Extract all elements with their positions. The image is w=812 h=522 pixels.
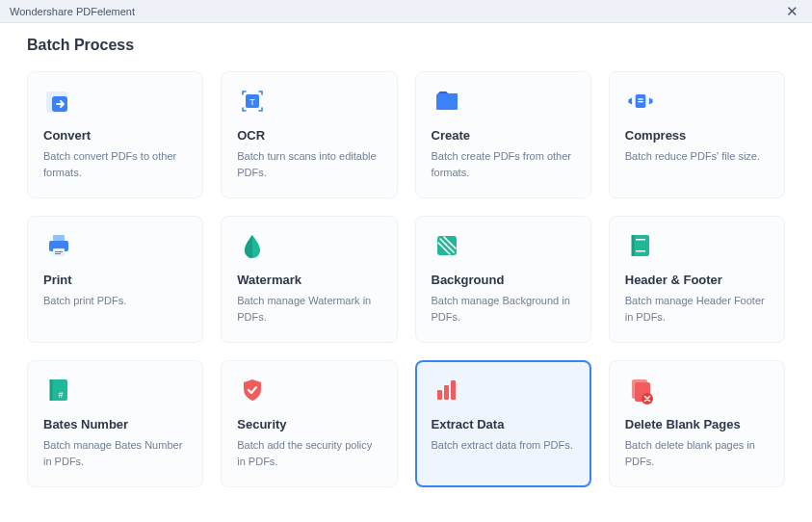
compress-icon — [625, 86, 656, 117]
card-title: Background — [432, 273, 575, 287]
header-footer-icon — [625, 230, 656, 261]
card-background[interactable]: Background Batch manage Background in PD… — [415, 216, 591, 343]
svg-text:T: T — [250, 97, 256, 107]
card-compress[interactable]: Compress Batch reduce PDFs' file size. — [609, 71, 785, 198]
svg-rect-18 — [437, 390, 442, 400]
svg-rect-5 — [638, 98, 642, 99]
card-desc: Batch add the security policy in PDFs. — [237, 437, 380, 469]
card-title: Header & Footer — [625, 273, 769, 287]
card-title: Extract Data — [432, 417, 575, 431]
card-title: OCR — [237, 128, 380, 143]
extract-data-icon — [432, 375, 462, 405]
card-desc: Batch turn scans into editable PDFs. — [237, 148, 380, 180]
card-desc: Batch extract data from PDFs. — [432, 437, 575, 454]
watermark-icon — [237, 230, 268, 261]
card-desc: Batch print PDFs. — [43, 293, 187, 309]
card-watermark[interactable]: Watermark Batch manage Watermark in PDFs… — [221, 216, 397, 343]
create-icon — [432, 86, 462, 117]
titlebar-title: Wondershare PDFelement — [10, 6, 135, 17]
close-icon[interactable]: ✕ — [782, 3, 802, 20]
svg-rect-10 — [55, 251, 63, 252]
card-desc: Batch manage Watermark in PDFs. — [237, 293, 380, 325]
svg-rect-6 — [638, 101, 642, 102]
card-ocr[interactable]: T OCR Batch turn scans into editable PDF… — [221, 71, 397, 198]
card-grid: Convert Batch convert PDFs to other form… — [27, 71, 785, 487]
page-title: Batch Process — [27, 37, 785, 54]
svg-rect-14 — [636, 239, 645, 241]
card-title: Print — [43, 273, 187, 287]
card-title: Security — [237, 417, 380, 431]
svg-rect-7 — [53, 235, 65, 241]
card-title: Create — [432, 128, 575, 143]
svg-rect-19 — [444, 385, 449, 400]
delete-blank-pages-icon — [625, 375, 656, 405]
content-area: Batch Process Convert Batch convert PDFs… — [0, 23, 812, 507]
card-create[interactable]: Create Batch create PDFs from other form… — [415, 71, 591, 198]
card-desc: Batch delete blank pages in PDFs. — [625, 437, 769, 469]
card-desc: Batch manage Bates Number in PDFs. — [43, 437, 187, 469]
svg-rect-13 — [633, 235, 649, 256]
card-header-footer[interactable]: Header & Footer Batch manage Header Foot… — [609, 216, 785, 343]
print-icon — [43, 230, 74, 261]
svg-rect-20 — [451, 380, 456, 400]
card-delete-blank-pages[interactable]: Delete Blank Pages Batch delete blank pa… — [609, 360, 785, 487]
card-title: Delete Blank Pages — [625, 417, 769, 431]
convert-icon — [43, 86, 74, 117]
svg-rect-11 — [55, 253, 61, 254]
card-desc: Batch manage Header Footer in PDFs. — [625, 293, 769, 325]
bates-number-icon: # — [43, 375, 74, 405]
ocr-icon: T — [237, 86, 268, 117]
card-desc: Batch create PDFs from other formats. — [432, 148, 575, 180]
card-title: Convert — [43, 128, 187, 143]
card-desc: Batch reduce PDFs' file size. — [625, 148, 769, 165]
card-title: Watermark — [237, 273, 380, 287]
card-print[interactable]: Print Batch print PDFs. — [27, 216, 203, 343]
card-bates-number[interactable]: # Bates Number Batch manage Bates Number… — [27, 360, 203, 487]
card-security[interactable]: Security Batch add the security policy i… — [221, 360, 397, 487]
titlebar: Wondershare PDFelement ✕ — [0, 0, 812, 23]
card-convert[interactable]: Convert Batch convert PDFs to other form… — [27, 71, 203, 198]
card-extract-data[interactable]: Extract Data Batch extract data from PDF… — [415, 360, 591, 487]
card-desc: Batch manage Background in PDFs. — [432, 293, 575, 325]
svg-text:#: # — [58, 390, 63, 400]
card-title: Bates Number — [43, 417, 187, 431]
security-icon — [237, 375, 268, 405]
card-desc: Batch convert PDFs to other formats. — [43, 148, 187, 180]
svg-rect-15 — [636, 250, 645, 252]
background-icon — [432, 230, 462, 261]
card-title: Compress — [625, 128, 769, 143]
